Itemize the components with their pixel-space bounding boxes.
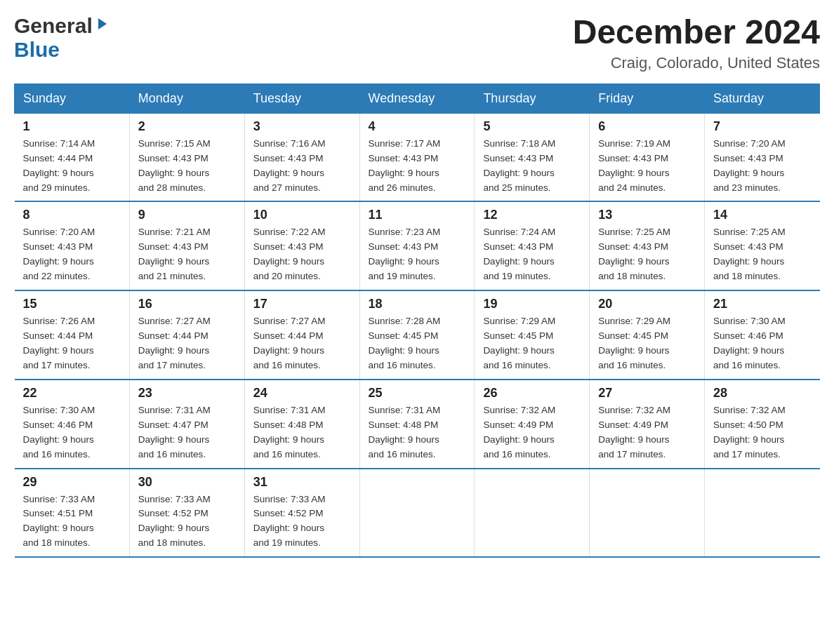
day-info: Sunrise: 7:28 AM Sunset: 4:45 PM Dayligh… <box>369 314 466 373</box>
day-info: Sunrise: 7:14 AM Sunset: 4:44 PM Dayligh… <box>23 137 121 196</box>
day-number: 20 <box>598 297 696 311</box>
calendar-cell <box>590 469 705 558</box>
location-title: Craig, Colorado, United States <box>573 54 820 72</box>
logo: General Blue <box>14 14 110 62</box>
header-tuesday: Tuesday <box>244 83 359 113</box>
day-number: 14 <box>713 208 811 222</box>
calendar-cell: 31 Sunrise: 7:33 AM Sunset: 4:52 PM Dayl… <box>244 469 359 558</box>
day-number: 27 <box>598 386 696 401</box>
day-number: 12 <box>483 208 581 222</box>
calendar-cell: 26 Sunrise: 7:32 AM Sunset: 4:49 PM Dayl… <box>475 380 590 469</box>
calendar-cell: 18 Sunrise: 7:28 AM Sunset: 4:45 PM Dayl… <box>359 290 475 380</box>
calendar-cell: 1 Sunrise: 7:14 AM Sunset: 4:44 PM Dayli… <box>15 113 130 201</box>
logo-general-text: General <box>14 14 93 38</box>
calendar-week-row: 15 Sunrise: 7:26 AM Sunset: 4:44 PM Dayl… <box>15 290 820 380</box>
day-info: Sunrise: 7:20 AM Sunset: 4:43 PM Dayligh… <box>23 225 121 284</box>
day-info: Sunrise: 7:32 AM Sunset: 4:50 PM Dayligh… <box>713 403 811 462</box>
calendar-cell: 27 Sunrise: 7:32 AM Sunset: 4:49 PM Dayl… <box>590 380 705 469</box>
day-info: Sunrise: 7:27 AM Sunset: 4:44 PM Dayligh… <box>138 314 236 373</box>
calendar-cell: 30 Sunrise: 7:33 AM Sunset: 4:52 PM Dayl… <box>129 469 244 558</box>
day-number: 10 <box>253 208 351 222</box>
day-number: 31 <box>253 475 351 490</box>
day-number: 29 <box>23 475 121 490</box>
day-number: 16 <box>138 297 236 311</box>
day-info: Sunrise: 7:30 AM Sunset: 4:46 PM Dayligh… <box>23 403 121 462</box>
calendar-cell: 9 Sunrise: 7:21 AM Sunset: 4:43 PM Dayli… <box>129 201 244 290</box>
day-number: 2 <box>138 119 236 134</box>
header-thursday: Thursday <box>475 83 590 113</box>
day-info: Sunrise: 7:21 AM Sunset: 4:43 PM Dayligh… <box>138 225 236 284</box>
day-info: Sunrise: 7:32 AM Sunset: 4:49 PM Dayligh… <box>598 403 696 462</box>
calendar-week-row: 8 Sunrise: 7:20 AM Sunset: 4:43 PM Dayli… <box>15 201 820 290</box>
day-number: 1 <box>23 119 121 134</box>
day-number: 25 <box>369 386 466 401</box>
day-number: 13 <box>598 208 696 222</box>
calendar-cell: 19 Sunrise: 7:29 AM Sunset: 4:45 PM Dayl… <box>475 290 590 380</box>
day-number: 26 <box>483 386 581 401</box>
calendar-cell <box>475 469 590 558</box>
day-info: Sunrise: 7:31 AM Sunset: 4:47 PM Dayligh… <box>138 403 236 462</box>
calendar-cell: 7 Sunrise: 7:20 AM Sunset: 4:43 PM Dayli… <box>705 113 820 201</box>
day-info: Sunrise: 7:30 AM Sunset: 4:46 PM Dayligh… <box>713 314 811 373</box>
day-info: Sunrise: 7:31 AM Sunset: 4:48 PM Dayligh… <box>253 403 351 462</box>
day-info: Sunrise: 7:18 AM Sunset: 4:43 PM Dayligh… <box>483 137 581 196</box>
day-info: Sunrise: 7:24 AM Sunset: 4:43 PM Dayligh… <box>483 225 581 284</box>
day-number: 3 <box>253 119 351 134</box>
calendar-cell: 16 Sunrise: 7:27 AM Sunset: 4:44 PM Dayl… <box>129 290 244 380</box>
day-info: Sunrise: 7:33 AM Sunset: 4:51 PM Dayligh… <box>23 492 121 551</box>
calendar-cell: 17 Sunrise: 7:27 AM Sunset: 4:44 PM Dayl… <box>244 290 359 380</box>
day-info: Sunrise: 7:20 AM Sunset: 4:43 PM Dayligh… <box>713 137 811 196</box>
calendar-cell: 20 Sunrise: 7:29 AM Sunset: 4:45 PM Dayl… <box>590 290 705 380</box>
day-info: Sunrise: 7:22 AM Sunset: 4:43 PM Dayligh… <box>253 225 351 284</box>
header-sunday: Sunday <box>15 83 130 113</box>
calendar-cell: 22 Sunrise: 7:30 AM Sunset: 4:46 PM Dayl… <box>15 380 130 469</box>
day-info: Sunrise: 7:29 AM Sunset: 4:45 PM Dayligh… <box>483 314 581 373</box>
calendar-cell: 23 Sunrise: 7:31 AM Sunset: 4:47 PM Dayl… <box>129 380 244 469</box>
day-number: 18 <box>369 297 466 311</box>
day-number: 9 <box>138 208 236 222</box>
calendar-cell: 15 Sunrise: 7:26 AM Sunset: 4:44 PM Dayl… <box>15 290 130 380</box>
header-friday: Friday <box>590 83 705 113</box>
day-number: 8 <box>23 208 121 222</box>
day-info: Sunrise: 7:33 AM Sunset: 4:52 PM Dayligh… <box>138 492 236 551</box>
day-info: Sunrise: 7:31 AM Sunset: 4:48 PM Dayligh… <box>369 403 466 462</box>
header-wednesday: Wednesday <box>359 83 475 113</box>
page-header: General Blue December 2024 Craig, Colora… <box>14 14 820 72</box>
day-info: Sunrise: 7:27 AM Sunset: 4:44 PM Dayligh… <box>253 314 351 373</box>
calendar-cell <box>705 469 820 558</box>
day-info: Sunrise: 7:32 AM Sunset: 4:49 PM Dayligh… <box>483 403 581 462</box>
svg-marker-0 <box>98 18 107 29</box>
logo-arrow-icon <box>95 17 110 34</box>
day-number: 4 <box>369 119 466 134</box>
day-number: 6 <box>598 119 696 134</box>
calendar-cell: 6 Sunrise: 7:19 AM Sunset: 4:43 PM Dayli… <box>590 113 705 201</box>
day-number: 30 <box>138 475 236 490</box>
calendar-cell: 12 Sunrise: 7:24 AM Sunset: 4:43 PM Dayl… <box>475 201 590 290</box>
day-number: 7 <box>713 119 811 134</box>
calendar-cell: 13 Sunrise: 7:25 AM Sunset: 4:43 PM Dayl… <box>590 201 705 290</box>
day-info: Sunrise: 7:17 AM Sunset: 4:43 PM Dayligh… <box>369 137 466 196</box>
day-number: 23 <box>138 386 236 401</box>
calendar-cell: 11 Sunrise: 7:23 AM Sunset: 4:43 PM Dayl… <box>359 201 475 290</box>
day-info: Sunrise: 7:15 AM Sunset: 4:43 PM Dayligh… <box>138 137 236 196</box>
month-title: December 2024 <box>573 14 820 51</box>
calendar-cell: 29 Sunrise: 7:33 AM Sunset: 4:51 PM Dayl… <box>15 469 130 558</box>
calendar-week-row: 1 Sunrise: 7:14 AM Sunset: 4:44 PM Dayli… <box>15 113 820 201</box>
day-number: 11 <box>369 208 466 222</box>
calendar-cell: 4 Sunrise: 7:17 AM Sunset: 4:43 PM Dayli… <box>359 113 475 201</box>
day-info: Sunrise: 7:16 AM Sunset: 4:43 PM Dayligh… <box>253 137 351 196</box>
day-info: Sunrise: 7:23 AM Sunset: 4:43 PM Dayligh… <box>369 225 466 284</box>
day-number: 17 <box>253 297 351 311</box>
day-info: Sunrise: 7:25 AM Sunset: 4:43 PM Dayligh… <box>713 225 811 284</box>
day-info: Sunrise: 7:25 AM Sunset: 4:43 PM Dayligh… <box>598 225 696 284</box>
logo-blue-text: Blue <box>14 38 60 62</box>
calendar-cell <box>359 469 475 558</box>
day-info: Sunrise: 7:26 AM Sunset: 4:44 PM Dayligh… <box>23 314 121 373</box>
calendar-cell: 3 Sunrise: 7:16 AM Sunset: 4:43 PM Dayli… <box>244 113 359 201</box>
day-number: 24 <box>253 386 351 401</box>
calendar-cell: 5 Sunrise: 7:18 AM Sunset: 4:43 PM Dayli… <box>475 113 590 201</box>
calendar-cell: 10 Sunrise: 7:22 AM Sunset: 4:43 PM Dayl… <box>244 201 359 290</box>
day-number: 28 <box>713 386 811 401</box>
day-number: 21 <box>713 297 811 311</box>
title-area: December 2024 Craig, Colorado, United St… <box>573 14 820 72</box>
